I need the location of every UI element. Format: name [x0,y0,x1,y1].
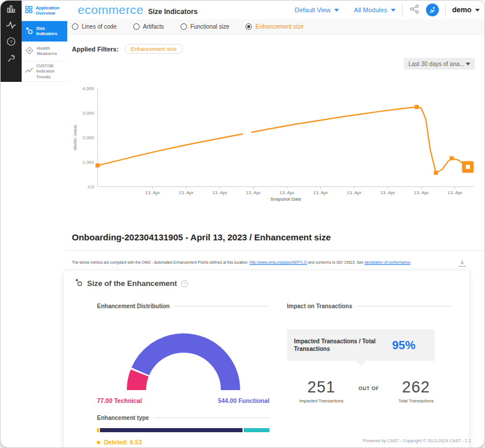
user-menu[interactable]: demo [452,6,480,14]
chevron-down-icon [391,9,396,12]
diamond-plus-icon [25,46,34,56]
svg-text:13. Apr: 13. Apr [347,190,362,195]
chevron-down-icon [334,9,339,12]
bar-segment-deleted[interactable] [97,428,99,432]
sidebar-item-health-measures[interactable]: Health Measures [22,42,67,62]
divider [445,4,446,16]
svg-text:13. Apr: 13. Apr [448,190,463,195]
footer-copyright: Powered by CAST - Copyright © 2013-2024 … [1,438,471,443]
radio-lines-of-code[interactable]: Lines of code [72,23,117,30]
divider [154,418,269,418]
svg-text:13. Apr: 13. Apr [212,190,227,195]
download-icon[interactable] [458,259,466,270]
grid-icon [25,6,33,15]
impact-on-transactions-section: Impact on Transactions Impacted Transact… [287,303,451,404]
sidebar-item-size-indicators[interactable]: Size Indicators [22,21,67,42]
svg-text:3,000: 3,000 [82,111,95,116]
applied-filters: Applied Filters: Enhancement size [72,44,183,54]
chevron-down-icon [475,9,480,12]
total-count: 262 [382,378,451,397]
filter-chip-enhancement-size[interactable]: Enhancement size [124,44,183,54]
section-header: Impact on Transactions [287,303,352,309]
chevron-down-icon [466,63,470,66]
size-of-enhancement-card: Size of the Enhancement ? Enhancement Di… [64,271,469,448]
declaration-link[interactable]: declaration of conformance [365,260,410,264]
bar-segment-modified[interactable] [100,428,243,432]
divider [357,306,451,306]
total-transactions-block: 262 Total Transactions [382,378,451,404]
svg-text:4,000: 4,000 [82,86,95,91]
applied-filters-label: Applied Filters: [72,46,119,53]
divider [174,306,269,306]
circles-icon [25,26,33,36]
module-selector[interactable]: All Modules [354,6,396,13]
section-header: Enhancement Distribution [97,303,169,309]
sidebar-item-label: Size Indicators [36,26,67,37]
impacted-caption: Impacted Transactions [287,398,356,404]
app-window: ? Application Overview Size Indicators H… [0,0,485,448]
ratio-value: 95% [392,339,415,352]
trends-icon[interactable] [6,21,16,29]
distribution-gauge-chart[interactable] [108,315,259,392]
radio-artifacts[interactable]: Artifacts [133,23,164,30]
page-name: Size Indicators [148,8,198,16]
radio-functional-size[interactable]: Functional size [181,23,230,30]
svg-text:2,000: 2,000 [82,135,95,140]
card-title: Size of the Enhancement [87,279,177,288]
radio-icon [181,23,187,30]
svg-text:Metric Value: Metric Value [72,125,78,150]
svg-text:13. Apr: 13. Apr [414,190,429,195]
trend-icon [25,67,33,75]
view-selector[interactable]: Default View [295,6,339,13]
page-title: ecommerce Size Indicators [78,3,198,17]
snapshot-heading: Onboarding-202304131905 - April 13, 2023… [72,232,331,242]
tools-icon[interactable] [6,54,16,63]
enhancement-distribution-section: Enhancement Distribution 77.00 Technical… [97,303,269,448]
svg-text:13. Apr: 13. Apr [145,190,160,195]
functional-value-label: 544.00 Functional [218,397,269,404]
impacted-count: 251 [287,378,356,397]
radio-icon [133,23,140,30]
svg-text:Snapshot Date: Snapshot Date [271,197,302,202]
svg-text:13. Apr: 13. Apr [380,190,396,195]
svg-text:1,000: 1,000 [82,160,95,165]
ratio-label: Impacted Transactions / Total Transactio… [294,337,386,353]
svg-text:13. Apr: 13. Apr [313,190,328,195]
share-icon[interactable] [409,4,420,17]
out-of-label: OUT OF [356,378,382,391]
svg-text:13. Apr: 13. Apr [279,190,295,195]
technical-value-label: 77.00 Technical [97,397,142,404]
enhancement-type-bar-chart[interactable] [97,428,269,432]
sidebar-item-label: Health Measures [37,46,67,57]
radio-icon [72,23,78,30]
radio-icon-selected [245,23,252,30]
radio-enhancement-size[interactable]: Enhancement size [245,23,303,30]
svg-text:13. Apr: 13. Apr [179,190,194,195]
enhancement-type-section: Enhancement type [97,415,269,421]
sidebar-item-application-overview[interactable]: Application Overview [22,1,67,21]
time-range-dropdown[interactable]: Last 30 days of ana... [404,58,475,70]
circles-icon [74,278,83,289]
divider [65,250,485,251]
size-metric-radios: Lines of code Artifacts Functional size … [67,19,485,35]
divider [402,4,403,16]
sidebar-item-label: CUSTOM Indicator Trends [36,63,67,80]
top-header: ecommerce Size Indicators Default View A… [67,1,485,19]
svg-text:13. Apr: 13. Apr [246,190,261,195]
secondary-sidebar: Application Overview Size Indicators Hea… [22,1,67,82]
cast-imaging-icon[interactable] [426,4,439,16]
sidebar-item-custom-indicator-trends[interactable]: CUSTOM Indicator Trends [22,61,67,82]
help-icon[interactable]: ? [181,280,188,287]
sidebar-item-label: Application Overview [36,5,66,16]
metric-line-chart[interactable]: 0.01,0002,0003,0004,00013. Apr13. Apr13.… [70,82,479,202]
application-name: ecommerce [78,3,143,17]
svg-text:?: ? [10,39,13,44]
compliance-note: The below metrics are compliant with the… [72,260,455,264]
dashboard-icon[interactable] [6,4,16,13]
aep-spec-link[interactable]: http://www.omg.org/spec/AEP/1.0/ [250,260,307,264]
icon-rail: ? [1,1,22,82]
total-caption: Total Transactions [382,398,451,404]
help-icon[interactable]: ? [6,37,16,46]
impact-ratio-callout: Impacted Transactions / Total Transactio… [287,329,435,361]
bar-segment-added[interactable] [244,428,269,432]
